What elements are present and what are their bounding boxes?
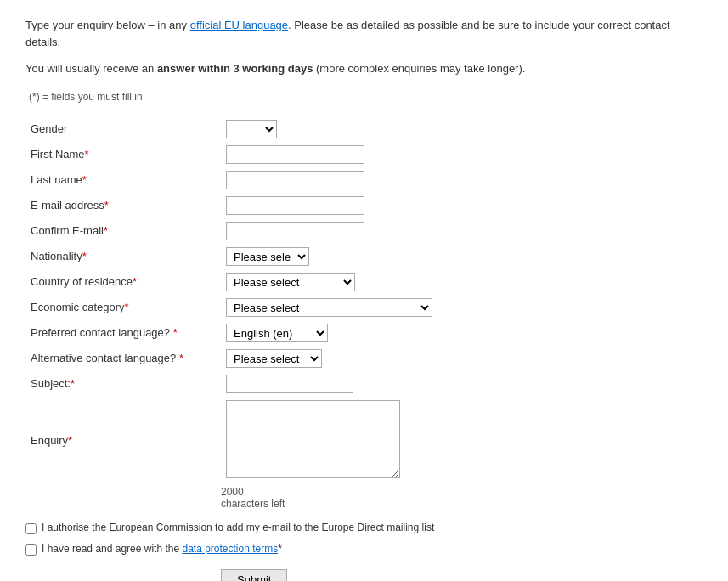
data-protection-row: I have read and agree with the data prot… (25, 543, 703, 556)
submit-button[interactable] (221, 569, 287, 582)
email-label: E-mail address* (25, 193, 221, 218)
chars-left-number: 2000 (221, 486, 244, 498)
alt-lang-label: Alternative contact language? * (25, 346, 221, 371)
enquiry-row: Enquiry* (25, 397, 703, 484)
subject-input[interactable] (226, 375, 353, 393)
checkboxes-section: I authorise the European Commission to a… (25, 522, 703, 556)
response-bold: answer within 3 working days (157, 62, 313, 75)
char-count: 2000 characters left (221, 486, 703, 510)
pref-lang-label: Preferred contact language? * (25, 320, 221, 346)
enquiry-textarea[interactable] (226, 400, 400, 478)
response-before: You will usually receive an (25, 62, 157, 75)
last-name-row: Last name* (25, 167, 703, 193)
mailing-list-label: I authorise the European Commission to a… (42, 522, 434, 533)
country-select[interactable]: Please select (226, 273, 355, 291)
first-name-label: First Name* (25, 142, 221, 167)
response-after: (more complex enquiries may take longer)… (313, 62, 525, 75)
subject-label: Subject:* (25, 371, 221, 397)
country-row: Country of residence* Please select (25, 269, 703, 295)
nationality-label: Nationality* (25, 244, 221, 269)
chars-left-label: characters left (221, 498, 285, 510)
last-name-label: Last name* (25, 167, 221, 193)
nationality-row: Nationality* Please select (25, 244, 703, 269)
enquiry-label: Enquiry* (25, 397, 221, 484)
data-protection-text: I have read and agree with the data prot… (42, 543, 282, 555)
submit-row (25, 569, 703, 582)
first-name-input[interactable] (226, 145, 364, 164)
email-input[interactable] (226, 196, 364, 215)
gender-select[interactable]: Mr Ms Dr (226, 120, 277, 138)
pref-lang-select[interactable]: English (en) French (fr) German (de) Spa… (226, 324, 328, 342)
country-label: Country of residence* (25, 269, 221, 295)
enquiry-form: Gender Mr Ms Dr First Name* Last name* (25, 116, 703, 484)
intro-text-before: Type your enquiry below – in any (25, 19, 190, 31)
data-protection-checkbox[interactable] (25, 544, 37, 556)
confirm-email-row: Confirm E-mail* (25, 218, 703, 244)
alt-lang-select[interactable]: Please select (226, 349, 322, 368)
eu-language-link[interactable]: official EU language (190, 19, 288, 31)
economic-row: Economic category* Please select (25, 295, 703, 320)
mailing-list-row: I authorise the European Commission to a… (25, 522, 703, 534)
gender-label: Gender (25, 116, 221, 142)
pref-lang-row: Preferred contact language? * English (e… (25, 320, 703, 346)
intro-paragraph: Type your enquiry below – in any officia… (25, 17, 703, 50)
confirm-email-input[interactable] (226, 222, 364, 240)
response-paragraph: You will usually receive an answer withi… (25, 60, 703, 77)
last-name-input[interactable] (226, 171, 364, 189)
gender-row: Gender Mr Ms Dr (25, 116, 703, 142)
confirm-email-label: Confirm E-mail* (25, 218, 221, 244)
required-note: (*) = fields you must fill in (29, 91, 703, 103)
alt-lang-row: Alternative contact language? * Please s… (25, 346, 703, 371)
economic-label: Economic category* (25, 295, 221, 320)
data-protection-link[interactable]: data protection terms (182, 543, 278, 555)
nationality-select[interactable]: Please select (226, 247, 309, 266)
email-row: E-mail address* (25, 193, 703, 218)
mailing-list-checkbox[interactable] (25, 523, 37, 534)
economic-select[interactable]: Please select (226, 298, 432, 317)
first-name-row: First Name* (25, 142, 703, 167)
subject-row: Subject:* (25, 371, 703, 397)
